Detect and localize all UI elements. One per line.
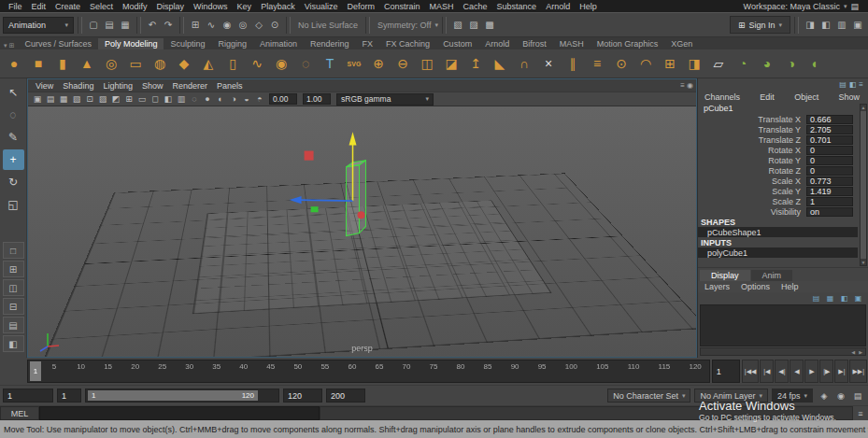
create-empty-layer-icon[interactable]: ▤ [810,293,822,304]
time-slider-track[interactable]: 1 51015202530354045505560657075808590951… [27,360,710,383]
menu-item[interactable]: Modify [118,2,152,11]
shelf-icon-offset-edge-loop[interactable]: ≡ [585,51,609,76]
layout-single-pane[interactable]: □ [3,242,24,259]
sign-in-button[interactable]: ⊞ Sign In ▾ [730,16,790,34]
attribute-label[interactable]: Visibility [698,207,806,217]
object-name-label[interactable]: pCube1 [698,103,868,114]
lasso-select-tool[interactable]: ◌ [3,105,24,125]
grid-toggle-icon[interactable]: ⊞ [122,92,135,106]
modeling-toolkit-toggle-icon[interactable]: ▣ [850,18,865,33]
film-gate-icon[interactable]: ▭ [135,92,149,106]
group-separator[interactable] [442,17,447,34]
play-forwards-button[interactable]: ▶ [804,360,818,383]
shelf-icon-poly-disc[interactable]: ◍ [148,51,172,76]
step-forward-key-button[interactable]: ▶| [834,360,848,383]
redo-icon[interactable]: ↷ [161,18,176,33]
shelf-tab[interactable]: Curves / Surfaces [18,38,98,49]
go-to-start-button[interactable]: |◀◀ [742,360,760,383]
shelf-icon-sculpt-grab[interactable]: ◑ [779,51,804,76]
attribute-value-field[interactable]: 0 [806,156,853,165]
menu-item[interactable]: File [4,2,27,11]
step-forward-frame-button[interactable]: |▶ [819,360,833,383]
textured-icon[interactable]: ◐ [214,92,227,106]
shelf-tab[interactable]: XGen [664,38,699,49]
attribute-value-field[interactable]: 2.705 [806,125,853,134]
manipulator-y-arrowhead[interactable] [349,132,357,145]
play-backwards-button[interactable]: ◀ [790,360,804,383]
gamma-field[interactable]: 1.00 [303,93,331,105]
shaded-icon[interactable]: ● [201,92,214,106]
current-time-indicator[interactable]: 1 [30,361,41,381]
group-separator[interactable] [365,17,370,34]
shelf-icon-bevel[interactable]: ◣ [488,51,512,76]
attribute-value-field[interactable]: 0 [806,166,853,176]
layout-two-stacked[interactable]: ⊟ [3,298,24,315]
menu-item[interactable]: Edit [27,2,51,11]
attribute-label[interactable]: Translate X [698,115,806,124]
animation-preferences-icon[interactable]: ▤ [850,389,865,403]
menu-item[interactable]: Display [152,2,190,11]
layer-editor-tab[interactable]: Display [700,270,750,281]
command-language-button[interactable]: MEL [0,406,39,420]
snap-to-grid-icon[interactable]: ⊞ [188,18,203,33]
resolution-gate-icon[interactable]: ◻ [149,92,162,106]
menu-item[interactable]: Cache [459,2,492,11]
menu-item[interactable]: Select [85,2,118,11]
no-live-surface-label[interactable]: No Live Surface [294,21,362,30]
shelf-tab[interactable]: Poly Modeling [98,38,164,49]
new-scene-icon[interactable]: ▢ [86,18,101,33]
channel-settings-icon[interactable]: ≡ [859,80,863,89]
shelf-icon-poly-helix[interactable]: ∿ [245,51,269,76]
shelf-icon-poly-cylinder[interactable]: ▮ [50,51,75,76]
group-separator[interactable] [794,17,799,34]
menu-item[interactable]: MASH [425,2,459,11]
two-d-pan-zoom-icon[interactable]: ⊡ [83,92,96,106]
channel-stats-icon[interactable]: ▤ [839,80,847,89]
shelf-tab[interactable]: Rendering [304,38,356,49]
channel-box-menu-item[interactable]: Object [794,92,818,102]
snap-to-point-icon[interactable]: ◉ [220,18,235,33]
shelf-tab[interactable]: FX Caching [379,38,436,49]
channel-box-menu-item[interactable]: Show [838,92,860,102]
layer-editor-tab[interactable]: Anim [751,270,793,281]
shelf-tab[interactable]: Custom [436,38,478,49]
viewport-menu-item[interactable]: Renderer [167,81,212,91]
attribute-label[interactable]: Translate Z [698,135,806,145]
camera-attributes-icon[interactable]: ▤ [44,92,57,106]
attribute-label[interactable]: Scale X [698,177,806,186]
input-node-item[interactable]: polyCube1 [698,247,858,258]
shelf-icon-multi-cut[interactable]: × [536,51,561,76]
wireframe-icon[interactable]: ◌ [188,92,201,106]
shape-node-item[interactable]: pCubeShape1 [698,227,858,237]
shelf-icon-poly-sphere[interactable]: ● [2,51,26,76]
character-set-dropdown[interactable]: No Character Set ▾ [607,389,690,403]
menu-set-selector[interactable]: Animation ▾ [3,17,74,34]
shelf-tab[interactable]: Animation [253,38,304,49]
paint-select-tool[interactable]: ✎ [3,127,24,148]
shelf-icon-mirror[interactable]: ◨ [682,51,706,76]
attribute-editor-toggle-icon[interactable]: ◨ [803,18,818,33]
viewport-menu-item[interactable]: Show [137,81,168,91]
menu-item[interactable]: Visualize [300,2,343,11]
open-scene-icon[interactable]: ▤ [102,18,117,33]
shelf-tab[interactable]: Sculpting [164,38,211,49]
shadows-icon[interactable]: ◒ [240,92,253,106]
shelf-tab[interactable]: Motion Graphics [591,38,665,49]
viewport-menu-item[interactable]: Panels [212,81,248,91]
rotate-tool[interactable]: ↻ [3,172,24,192]
shelf-tab[interactable]: Arnold [478,38,516,49]
slider-mode-icon[interactable]: ◧ [849,80,857,89]
shelf-icon-type-tool[interactable]: T [318,51,342,76]
step-back-frame-button[interactable]: ◀| [775,360,789,383]
attribute-value-field[interactable]: 0.666 [806,115,853,124]
shelf-icon-subdivide[interactable]: ⊞ [658,51,682,76]
scroll-down-icon[interactable]: ▼ [861,260,866,265]
attribute-label[interactable]: Scale Y [698,187,806,196]
menu-item[interactable]: Help [575,2,602,11]
viewport-menu-item[interactable]: View [31,81,58,91]
layout-outliner-persp[interactable]: ◧ [3,335,24,352]
layer-options-icon[interactable]: ▣ [852,293,864,304]
menu-item[interactable]: Create [50,2,85,11]
oversampling-icon[interactable]: ▨ [96,92,109,106]
pcube1-object[interactable] [347,161,366,236]
